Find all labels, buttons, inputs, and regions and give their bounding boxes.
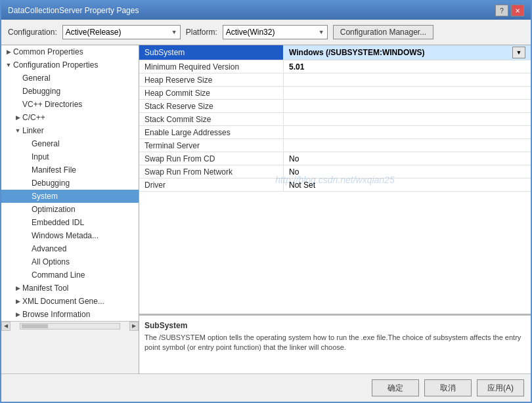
prop-value-0: Windows (/SUBSYSTEM:WINDOWS)▼ [284, 45, 531, 60]
tree-item-linker-input[interactable]: Input [1, 150, 139, 163]
tree-label-vcpp-dirs: VC++ Directories [22, 100, 82, 109]
tree-item-common-props[interactable]: ▶Common Properties [1, 45, 139, 58]
prop-row-7[interactable]: Terminal Server [139, 139, 531, 152]
prop-row-9[interactable]: Swap Run From NetworkNo [139, 165, 531, 179]
tree-expander-browse-info: ▶ [13, 311, 22, 318]
prop-value-2 [284, 74, 531, 86]
platform-combo-arrow: ▼ [319, 29, 324, 35]
tree-label-general: General [22, 74, 51, 83]
property-grid[interactable]: SubSystemWindows (/SUBSYSTEM:WINDOWS)▼Mi… [139, 45, 531, 314]
prop-name-0: SubSystem [139, 45, 284, 60]
hscroll-right-btn[interactable]: ▶ [129, 322, 139, 331]
tree-item-config-props[interactable]: ▼Configuration Properties [1, 58, 139, 72]
prop-row-2[interactable]: Heap Reserve Size [139, 74, 531, 87]
tree-item-linker[interactable]: ▼Linker [1, 124, 139, 137]
tree-expander-xml-doc-gen: ▶ [13, 298, 22, 305]
tree-label-manifest-file: Manifest File [32, 165, 76, 175]
apply-button[interactable]: 应用(A) [477, 379, 524, 396]
tree-label-common-props: Common Properties [13, 47, 83, 56]
tree-item-advanced[interactable]: Advanced [1, 242, 139, 255]
prop-value-7 [284, 139, 531, 152]
prop-value-6 [284, 126, 531, 138]
tree-label-advanced: Advanced [32, 244, 66, 253]
tree-item-linker-debugging[interactable]: Debugging [1, 177, 139, 190]
platform-combo[interactable]: Active(Win32) ▼ [223, 25, 328, 39]
hscroll-track [20, 323, 120, 329]
prop-value-1: 5.01 [284, 60, 531, 73]
tree-label-all-options: All Options [32, 257, 70, 266]
description-panel: SubSystem The /SUBSYSTEM option tells th… [139, 314, 531, 373]
tree-item-general[interactable]: General [1, 72, 139, 85]
config-combo-arrow: ▼ [171, 29, 177, 35]
hscroll-left-btn[interactable]: ◀ [1, 322, 11, 331]
prop-name-1: Minimum Required Version [139, 60, 284, 73]
tree-item-windows-metadata[interactable]: Windows Metada... [1, 229, 139, 242]
prop-row-0[interactable]: SubSystemWindows (/SUBSYSTEM:WINDOWS)▼ [139, 45, 531, 60]
prop-row-6[interactable]: Enable Large Addresses [139, 126, 531, 139]
tree-item-system[interactable]: System [1, 190, 139, 203]
tree-label-linker-debugging: Debugging [32, 179, 70, 188]
main-content: ▶Common Properties▼Configuration Propert… [1, 45, 531, 373]
tree-panel[interactable]: ▶Common Properties▼Configuration Propert… [1, 45, 139, 321]
tree-expander-cpp: ▶ [13, 114, 22, 121]
tree-expander-linker: ▼ [13, 127, 22, 134]
prop-value-10: Not Set [284, 179, 531, 191]
tree-label-system: System [32, 192, 58, 201]
prop-row-1[interactable]: Minimum Required Version5.01 [139, 60, 531, 74]
config-label: Configuration: [8, 28, 57, 37]
tree-item-xml-doc-gen[interactable]: ▶XML Document Gene... [1, 295, 139, 308]
desc-title: SubSystem [144, 321, 525, 330]
configuration-combo[interactable]: Active(Release) ▼ [62, 25, 181, 39]
tree-item-cpp[interactable]: ▶C/C++ [1, 111, 139, 124]
prop-value-4 [284, 100, 531, 112]
dialog: DataCollectionServer Property Pages ? ✕ … [0, 0, 532, 403]
title-bar-buttons: ? ✕ [495, 5, 524, 16]
tree-label-windows-metadata: Windows Metada... [32, 231, 99, 240]
tree-label-xml-doc-gen: XML Document Gene... [22, 297, 104, 306]
cancel-button[interactable]: 取消 [424, 379, 472, 396]
prop-name-8: Swap Run From CD [139, 152, 284, 165]
hscroll-thumb[interactable] [22, 324, 48, 328]
prop-row-3[interactable]: Heap Commit Size [139, 87, 531, 100]
tree-item-manifest-file[interactable]: Manifest File [1, 163, 139, 177]
platform-value: Active(Win32) [226, 28, 275, 37]
tree-item-all-options[interactable]: All Options [1, 255, 139, 268]
ok-button[interactable]: 确定 [372, 379, 419, 396]
title-bar: DataCollectionServer Property Pages ? ✕ [1, 1, 531, 20]
tree-label-embedded-idl: Embedded IDL [32, 218, 84, 227]
prop-row-10[interactable]: DriverNot Set [139, 179, 531, 192]
tree-item-debugging[interactable]: Debugging [1, 85, 139, 98]
close-button[interactable]: ✕ [511, 5, 524, 16]
prop-row-5[interactable]: Stack Commit Size [139, 113, 531, 126]
dialog-title: DataCollectionServer Property Pages [8, 6, 139, 15]
prop-row-8[interactable]: Swap Run From CDNo [139, 152, 531, 165]
prop-name-5: Stack Commit Size [139, 113, 284, 125]
tree-item-linker-general[interactable]: General [1, 137, 139, 150]
tree-expander-common-props: ▶ [4, 49, 13, 55]
prop-dropdown-0[interactable]: ▼ [512, 47, 525, 58]
properties-panel: SubSystemWindows (/SUBSYSTEM:WINDOWS)▼Mi… [139, 45, 531, 373]
prop-row-4[interactable]: Stack Reserve Size [139, 100, 531, 113]
tree-item-browse-info[interactable]: ▶Browse Information [1, 308, 139, 321]
platform-label: Platform: [186, 28, 217, 37]
tree-item-vcpp-dirs[interactable]: VC++ Directories [1, 98, 139, 111]
help-button[interactable]: ? [495, 5, 508, 16]
tree-label-manifest-tool: Manifest Tool [22, 284, 68, 293]
tree-label-optimization: Optimization [32, 205, 76, 214]
tree-expander-manifest-tool: ▶ [13, 285, 22, 291]
tree-item-optimization[interactable]: Optimization [1, 203, 139, 216]
config-value: Active(Release) [66, 28, 122, 37]
tree-item-command-line[interactable]: Command Line [1, 268, 139, 282]
tree-item-embedded-idl[interactable]: Embedded IDL [1, 216, 139, 229]
config-manager-button[interactable]: Configuration Manager... [333, 25, 433, 39]
prop-name-10: Driver [139, 179, 284, 191]
prop-value-8: No [284, 152, 531, 165]
tree-label-debugging: Debugging [22, 87, 60, 96]
prop-name-7: Terminal Server [139, 139, 284, 152]
tree-label-linker: Linker [22, 126, 44, 135]
prop-value-3 [284, 87, 531, 99]
toolbar-row: Configuration: Active(Release) ▼ Platfor… [1, 20, 531, 45]
tree-item-manifest-tool[interactable]: ▶Manifest Tool [1, 282, 139, 295]
prop-name-2: Heap Reserve Size [139, 74, 284, 86]
desc-text: The /SUBSYSTEM option tells the operatin… [144, 333, 525, 353]
